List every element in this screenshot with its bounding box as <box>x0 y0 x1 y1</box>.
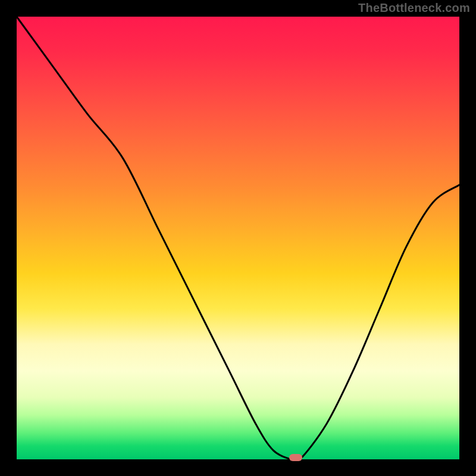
optimum-marker <box>289 454 302 461</box>
plot-area <box>17 17 459 459</box>
curve-layer <box>17 17 459 459</box>
chart-stage: TheBottleneck.com <box>0 0 476 476</box>
watermark-text: TheBottleneck.com <box>358 1 470 15</box>
bottleneck-curve <box>17 17 459 462</box>
